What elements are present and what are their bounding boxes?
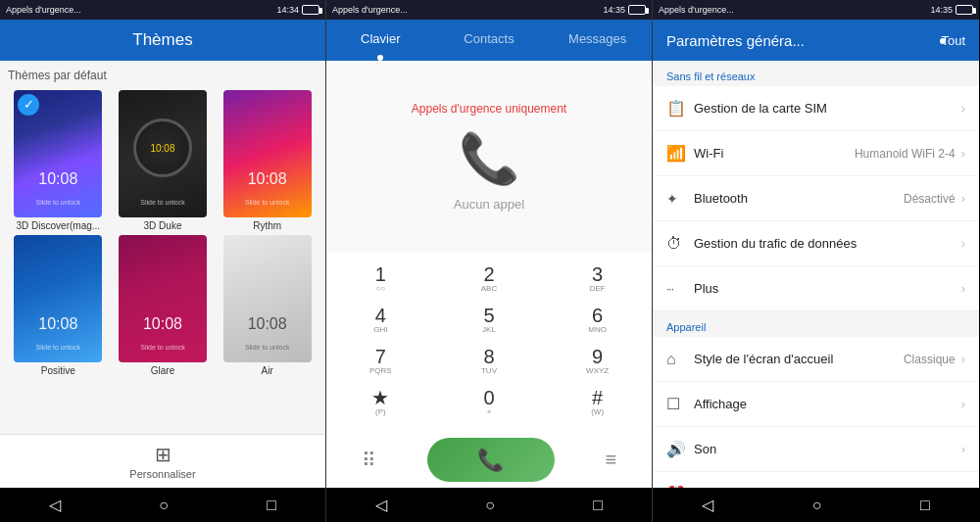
home-icon: ⌂ bbox=[666, 351, 694, 368]
display-arrow: › bbox=[961, 397, 965, 411]
data-arrow: › bbox=[961, 236, 965, 251]
home-arrow: › bbox=[961, 352, 965, 366]
back-button-1[interactable]: ◁ bbox=[34, 496, 75, 514]
theme-label-4: Positive bbox=[41, 365, 75, 376]
more-icon: ··· bbox=[666, 282, 694, 296]
bluetooth-icon: ✦ bbox=[666, 191, 694, 207]
status-bar-2: Appels d'urgence... 14:35 bbox=[326, 0, 652, 20]
status-time-1: 14:34 bbox=[276, 5, 299, 15]
bluetooth-arrow: › bbox=[961, 191, 965, 206]
status-bar-3: Appels d'urgence... 14:35 bbox=[653, 0, 979, 20]
dial-key-4[interactable]: 4GHI bbox=[351, 301, 410, 338]
settings-header: Paramètres généra... Tout bbox=[653, 20, 979, 61]
settings-item-wifi[interactable]: 📶 Wi-Fi Humanoid WiFi 2-4 › bbox=[653, 131, 979, 176]
settings-header-title: Paramètres généra... bbox=[666, 32, 805, 49]
emergency-text: Appels d'urgence uniquement bbox=[412, 102, 566, 116]
dial-key-3[interactable]: 3DEF bbox=[568, 260, 627, 297]
call-button[interactable]: 📞 bbox=[427, 438, 555, 482]
phone-panel: Appels d'urgence... 14:35 Clavier Contac… bbox=[326, 0, 653, 522]
theme-thumb-5[interactable]: 10:08 Slide to unlock bbox=[119, 235, 207, 362]
status-right-3: 14:35 bbox=[930, 5, 973, 15]
battery-icon-3 bbox=[956, 5, 973, 15]
battery-icon-1 bbox=[302, 5, 319, 15]
settings-item-sound[interactable]: 🔊 Son › bbox=[653, 427, 979, 472]
display-label: Affichage bbox=[694, 397, 961, 411]
section-label-wireless: Sans fil et réseaux bbox=[653, 61, 979, 86]
themes-panel: Appels d'urgence... 14:34 Thèmes Thèmes … bbox=[0, 0, 326, 522]
recent-button-2[interactable]: □ bbox=[578, 497, 617, 514]
dial-row-1: 1○○ 2ABC 3DEF bbox=[326, 260, 652, 297]
dial-key-7[interactable]: 7PQRS bbox=[351, 342, 410, 379]
settings-item-sim[interactable]: 📋 Gestion de la carte SIM › bbox=[653, 86, 979, 131]
back-button-3[interactable]: ◁ bbox=[687, 496, 728, 514]
settings-item-more[interactable]: ··· Plus › bbox=[653, 266, 979, 311]
nav-bar-2: ◁ ○ □ bbox=[326, 488, 652, 522]
sim-icon: 📋 bbox=[666, 99, 694, 118]
home-button-2[interactable]: ○ bbox=[470, 497, 510, 514]
themes-content: Thèmes par défaut 10:08 Slide to unlock … bbox=[0, 61, 325, 434]
theme-thumb-4[interactable]: 10:08 Slide to unlock bbox=[14, 235, 102, 362]
more-label: Plus bbox=[694, 281, 961, 296]
data-icon: ⏱ bbox=[666, 235, 694, 253]
theme-item-3[interactable]: 10:08 Slide to unlock Rythm bbox=[217, 90, 318, 231]
tab-contacts[interactable]: Contacts bbox=[435, 20, 544, 61]
theme-thumb-1[interactable]: 10:08 Slide to unlock bbox=[14, 90, 102, 217]
theme-thumb-6[interactable]: 10:08 Slide to unlock bbox=[223, 235, 312, 362]
theme-item-2[interactable]: 10:08 Slide to unlock 3D Duke bbox=[113, 90, 214, 231]
dial-key-8[interactable]: 8TUV bbox=[460, 342, 518, 379]
header-dot bbox=[940, 38, 946, 44]
phone-icon-large: 📞 bbox=[459, 130, 519, 187]
call-icon: 📞 bbox=[477, 448, 504, 473]
recent-button-3[interactable]: □ bbox=[906, 497, 945, 514]
settings-item-display[interactable]: ☐ Affichage › bbox=[653, 382, 979, 427]
dial-key-star[interactable]: ★(P) bbox=[351, 383, 410, 420]
themes-footer[interactable]: ⊞ Personnaliser bbox=[0, 434, 325, 488]
display-icon: ☐ bbox=[666, 395, 694, 413]
dial-row-3: 7PQRS 8TUV 9WXYZ bbox=[326, 342, 652, 379]
theme-item-6[interactable]: 10:08 Slide to unlock Air bbox=[217, 235, 318, 376]
home-button-1[interactable]: ○ bbox=[144, 497, 183, 514]
sound-icon: 🔊 bbox=[666, 440, 694, 458]
settings-content: Sans fil et réseaux 📋 Gestion de la cart… bbox=[653, 61, 979, 488]
data-label: Gestion du trafic de données bbox=[694, 236, 961, 251]
theme-item-5[interactable]: 10:08 Slide to unlock Glare bbox=[113, 235, 214, 376]
sound-arrow: › bbox=[961, 442, 965, 456]
dial-grid-button[interactable]: ⠿ bbox=[362, 449, 376, 472]
home-button-3[interactable]: ○ bbox=[798, 497, 837, 514]
settings-item-storage[interactable]: ⏰ Stockage › bbox=[653, 472, 979, 488]
recent-button-1[interactable]: □ bbox=[252, 497, 291, 514]
theme-label-3: Rythm bbox=[253, 220, 281, 231]
dial-key-1[interactable]: 1○○ bbox=[351, 260, 410, 297]
tab-clavier[interactable]: Clavier bbox=[326, 20, 435, 61]
dial-key-5[interactable]: 5JKL bbox=[460, 301, 518, 338]
theme-item-1[interactable]: 10:08 Slide to unlock 3D Discover(mag... bbox=[8, 90, 109, 231]
theme-item-4[interactable]: 10:08 Slide to unlock Positive bbox=[8, 235, 109, 376]
wifi-value: Humanoid WiFi 2-4 bbox=[855, 147, 956, 161]
dial-key-2[interactable]: 2ABC bbox=[460, 260, 518, 297]
theme-thumb-3[interactable]: 10:08 Slide to unlock bbox=[223, 90, 312, 217]
dial-key-9[interactable]: 9WXYZ bbox=[568, 342, 627, 379]
settings-item-data[interactable]: ⏱ Gestion du trafic de données › bbox=[653, 221, 979, 266]
theme-label-5: Glare bbox=[151, 365, 174, 376]
theme-thumb-2[interactable]: 10:08 Slide to unlock bbox=[119, 90, 207, 217]
dial-key-6[interactable]: 6MNO bbox=[568, 301, 627, 338]
dial-row-4: ★(P) 0+ #(W) bbox=[326, 383, 652, 420]
settings-item-home[interactable]: ⌂ Style de l'écran d'accueil Classique › bbox=[653, 337, 979, 382]
dial-menu-button[interactable]: ≡ bbox=[605, 449, 616, 471]
wifi-arrow: › bbox=[961, 146, 965, 161]
status-time-2: 14:35 bbox=[603, 5, 625, 15]
wifi-label: Wi-Fi bbox=[694, 146, 855, 161]
dial-key-hash[interactable]: #(W) bbox=[568, 383, 627, 420]
themes-title: Thèmes bbox=[132, 30, 192, 50]
settings-header-right: Tout bbox=[941, 33, 965, 48]
theme-label-6: Air bbox=[262, 365, 273, 376]
back-button-2[interactable]: ◁ bbox=[361, 496, 402, 514]
sim-label: Gestion de la carte SIM bbox=[694, 101, 961, 116]
nav-bar-1: ◁ ○ □ bbox=[0, 488, 325, 522]
dial-key-0[interactable]: 0+ bbox=[460, 383, 518, 420]
settings-item-bluetooth[interactable]: ✦ Bluetooth Désactivé › bbox=[653, 176, 979, 221]
theme-grid: 10:08 Slide to unlock 3D Discover(mag...… bbox=[8, 90, 318, 376]
bluetooth-value: Désactivé bbox=[904, 192, 956, 206]
dial-actions: ⠿ 📞 ≡ bbox=[326, 432, 652, 488]
tab-messages[interactable]: Messages bbox=[543, 20, 652, 61]
